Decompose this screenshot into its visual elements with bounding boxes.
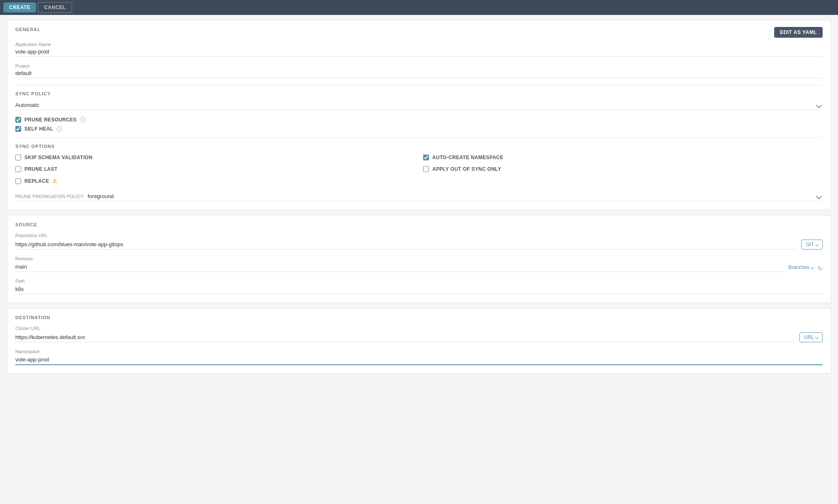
cancel-button[interactable]: CANCEL bbox=[38, 2, 72, 13]
sync-policy-chevron-icon bbox=[816, 102, 822, 108]
apply-out-of-sync-row: APPLY OUT OF SYNC ONLY bbox=[423, 166, 823, 172]
replace-checkbox[interactable] bbox=[15, 178, 21, 184]
app-name-field: Application Name vote-app-prod bbox=[15, 42, 823, 57]
revision-input[interactable] bbox=[15, 263, 784, 272]
prune-resources-info-icon: i bbox=[80, 117, 86, 123]
path-label: Path bbox=[15, 279, 823, 284]
sync-policy-select[interactable]: Automatic bbox=[15, 102, 823, 110]
revision-row: Branches ↻ bbox=[15, 263, 823, 272]
namespace-field: Namespace bbox=[15, 349, 823, 365]
prune-resources-row: PRUNE RESOURCES i bbox=[15, 117, 823, 123]
source-section: SOURCE Repository URL GIT Revision bbox=[7, 215, 831, 303]
prune-propagation-label: PRUNE PROPAGATION POLICY: bbox=[15, 194, 84, 199]
replace-label: REPLACE bbox=[24, 178, 49, 184]
toolbar: CREATE CANCEL bbox=[0, 0, 838, 15]
repo-url-row: GIT bbox=[15, 240, 823, 250]
general-section-title: GENERAL bbox=[15, 27, 41, 32]
self-heal-checkbox[interactable] bbox=[15, 126, 21, 132]
apply-out-of-sync-label: APPLY OUT OF SYNC ONLY bbox=[432, 166, 501, 172]
repo-url-input-wrap bbox=[15, 240, 797, 250]
sync-policy-field: Automatic bbox=[15, 102, 823, 110]
skip-schema-label: SKIP SCHEMA VALIDATION bbox=[24, 155, 92, 160]
git-button-label: GIT bbox=[806, 242, 814, 247]
git-button[interactable]: GIT bbox=[801, 240, 823, 250]
url-chevron-icon bbox=[815, 336, 819, 339]
url-button-label: URL bbox=[804, 334, 814, 340]
main-content: GENERAL EDIT AS YAML Application Name vo… bbox=[0, 15, 838, 379]
edit-yaml-button[interactable]: EDIT AS YAML bbox=[774, 27, 823, 38]
prune-propagation-value: foreground bbox=[87, 193, 817, 199]
replace-warn-icon: ⚠ bbox=[52, 178, 57, 184]
path-field: Path bbox=[15, 279, 823, 294]
source-section-title: SOURCE bbox=[15, 222, 823, 227]
revision-input-wrap bbox=[15, 263, 784, 272]
auto-create-ns-label: AUTO-CREATE NAMESPACE bbox=[432, 155, 504, 160]
sync-policy-value: Automatic bbox=[15, 102, 817, 108]
repo-url-field: Repository URL GIT bbox=[15, 233, 823, 250]
replace-row: REPLACE ⚠ bbox=[15, 178, 415, 184]
prune-last-checkbox[interactable] bbox=[15, 166, 21, 172]
auto-create-ns-checkbox[interactable] bbox=[423, 155, 429, 160]
repo-url-label: Repository URL bbox=[15, 233, 823, 238]
apply-out-of-sync-checkbox[interactable] bbox=[423, 166, 429, 172]
skip-schema-row: SKIP SCHEMA VALIDATION bbox=[15, 155, 415, 160]
url-button[interactable]: URL bbox=[799, 332, 823, 342]
prune-propagation-row[interactable]: PRUNE PROPAGATION POLICY: foreground bbox=[15, 193, 823, 201]
revision-field: Revision Branches ↻ bbox=[15, 256, 823, 272]
app-name-label: Application Name bbox=[15, 42, 823, 47]
sync-options-title: SYNC OPTIONS bbox=[15, 144, 823, 149]
refresh-icon[interactable]: ↻ bbox=[818, 265, 823, 272]
namespace-label: Namespace bbox=[15, 349, 823, 354]
cluster-url-row: URL bbox=[15, 332, 823, 342]
self-heal-label: SELF HEAL bbox=[24, 126, 53, 132]
destination-section: DESTINATION Cluster URL URL Namespace bbox=[7, 308, 831, 374]
repo-url-input[interactable] bbox=[15, 240, 797, 250]
prune-resources-label: PRUNE RESOURCES bbox=[24, 117, 77, 123]
cluster-url-field: Cluster URL URL bbox=[15, 326, 823, 342]
cluster-url-input[interactable] bbox=[15, 333, 795, 342]
namespace-input[interactable] bbox=[15, 356, 823, 365]
sync-policy-divider bbox=[15, 85, 823, 85]
general-section: GENERAL EDIT AS YAML Application Name vo… bbox=[7, 20, 831, 210]
project-label: Project bbox=[15, 63, 823, 68]
create-button[interactable]: CREATE bbox=[3, 2, 36, 12]
branches-chevron-icon bbox=[811, 266, 814, 269]
skip-schema-checkbox[interactable] bbox=[15, 155, 21, 160]
destination-section-title: DESTINATION bbox=[15, 315, 823, 320]
sync-options-divider bbox=[15, 138, 823, 138]
sync-policy-title: SYNC POLICY bbox=[15, 91, 823, 96]
self-heal-info-icon: i bbox=[56, 126, 62, 132]
app-name-value: vote-app-prod bbox=[15, 48, 823, 57]
sync-options-grid: SKIP SCHEMA VALIDATION AUTO-CREATE NAMES… bbox=[15, 155, 823, 187]
self-heal-row: SELF HEAL i bbox=[15, 126, 823, 132]
prune-resources-checkbox[interactable] bbox=[15, 117, 21, 123]
prune-last-label: PRUNE LAST bbox=[24, 166, 58, 172]
prune-propagation-chevron-icon bbox=[816, 193, 822, 199]
git-chevron-icon bbox=[815, 243, 819, 246]
auto-create-ns-row: AUTO-CREATE NAMESPACE bbox=[423, 155, 823, 160]
revision-label: Revision bbox=[15, 256, 823, 261]
project-value: default bbox=[15, 70, 823, 78]
path-input[interactable] bbox=[15, 285, 823, 294]
prune-last-row: PRUNE LAST bbox=[15, 166, 415, 172]
project-field: Project default bbox=[15, 63, 823, 78]
cluster-url-label: Cluster URL bbox=[15, 326, 823, 331]
branches-label: Branches bbox=[788, 264, 809, 270]
branches-button[interactable]: Branches bbox=[788, 263, 814, 272]
cluster-url-input-wrap bbox=[15, 333, 795, 342]
